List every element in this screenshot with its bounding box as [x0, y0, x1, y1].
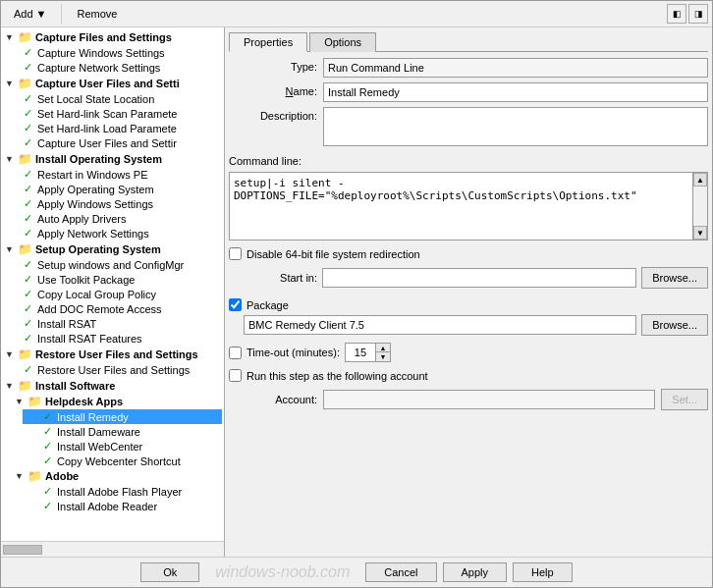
tree-item-install-rsat-features[interactable]: ✓ Install RSAT Features [3, 331, 222, 346]
spinner-up[interactable]: ▲ [376, 344, 390, 352]
commandline-wrapper: ▲ ▼ [229, 172, 708, 241]
check-icon: ✓ [40, 440, 54, 453]
tree-group-header-capture-files[interactable]: ▼ 📁 Capture Files and Settings [3, 29, 222, 45]
tab-options[interactable]: Options [309, 32, 376, 52]
tree-item-auto-apply[interactable]: ✓ Auto Apply Drivers [3, 211, 222, 226]
toolbar-icon-2[interactable]: ◨ [688, 4, 708, 24]
expand-icon: ▼ [15, 471, 25, 481]
right-panel: Properties Options Type: Name: [225, 27, 712, 557]
name-input[interactable] [323, 82, 708, 102]
hscroll-thumb[interactable] [3, 545, 42, 555]
scroll-down-arrow[interactable]: ▼ [693, 226, 707, 240]
tabs: Properties Options [229, 31, 708, 52]
cancel-button[interactable]: Cancel [365, 562, 436, 582]
startin-label: Start in: [229, 272, 317, 284]
package-input-row: Browse... [231, 314, 708, 336]
group-label: Capture Files and Settings [35, 31, 172, 43]
tree-group-setup-os: ▼ 📁 Setup Operating System ✓ Setup windo… [3, 241, 222, 346]
run-as-row: Run this step as the following account [229, 369, 708, 382]
set-button[interactable]: Set... [661, 389, 708, 410]
main-window: Add ▼ Remove ◧ ◨ ▼ 📁 Capture Files and S… [0, 0, 713, 588]
tree-group-header-helpdesk[interactable]: ▼ 📁 Helpdesk Apps [13, 394, 222, 409]
tree-item-add-doc[interactable]: ✓ Add DOC Remote Access [3, 301, 222, 316]
browse2-button[interactable]: Browse... [641, 314, 708, 336]
tree-item-install-rsat[interactable]: ✓ Install RSAT [3, 316, 222, 331]
spinner-arrows: ▲ ▼ [375, 344, 390, 361]
item-label: Install Adobe Reader [57, 501, 157, 512]
description-label: Description: [229, 107, 317, 122]
package-checkbox[interactable] [229, 298, 242, 311]
tree-item-restore-user-files[interactable]: ✓ Restore User Files and Settings [3, 362, 222, 377]
tree-panel: ▼ 📁 Capture Files and Settings ✓ Capture… [1, 27, 225, 557]
tree-group-header-install-software[interactable]: ▼ 📁 Install Software [3, 378, 222, 394]
tree-hscroll[interactable] [1, 541, 224, 557]
tree-item-set-hardlink-load[interactable]: ✓ Set Hard-link Load Paramete [3, 121, 222, 135]
add-button[interactable]: Add ▼ [5, 5, 55, 23]
help-button[interactable]: Help [513, 562, 573, 582]
tree-item-capture-windows[interactable]: ✓ Capture Windows Settings [3, 45, 222, 60]
package-input[interactable] [244, 315, 636, 335]
tree-item-install-dameware[interactable]: ✓ Install Dameware [23, 424, 222, 439]
expand-icon: ▼ [5, 381, 15, 391]
tree-item-restart-winpe[interactable]: ✓ Restart in Windows PE [3, 167, 222, 182]
check-icon: ✓ [40, 410, 54, 423]
expand-icon: ▼ [15, 397, 25, 406]
name-row: Name: [229, 82, 708, 102]
tree-group-install-software: ▼ 📁 Install Software ▼ 📁 Helpdesk Apps ✓ [3, 378, 222, 513]
tree-item-setup-configmgr[interactable]: ✓ Setup windows and ConfigMgr [3, 257, 222, 272]
ok-button[interactable]: Ok [140, 562, 199, 582]
item-label: Use Toolkit Package [37, 274, 135, 286]
tree-item-install-flash[interactable]: ✓ Install Adobe Flash Player [23, 484, 222, 499]
toolbar-icon-1[interactable]: ◧ [667, 4, 686, 24]
commandline-input[interactable] [229, 172, 692, 241]
tree-item-install-webcenter[interactable]: ✓ Install WebCenter [23, 439, 222, 454]
account-input[interactable] [323, 390, 655, 409]
check-icon: ✓ [21, 332, 34, 345]
tree-item-apply-windows[interactable]: ✓ Apply Windows Settings [3, 196, 222, 211]
tree-group-header-install-os[interactable]: ▼ 📁 Install Operating System [3, 151, 222, 167]
tree-group-capture-user: ▼ 📁 Capture User Files and Setti ✓ Set L… [3, 76, 222, 150]
remove-button[interactable]: Remove [68, 5, 126, 23]
disable64-checkbox[interactable] [229, 247, 242, 260]
tree-item-copy-webcenter[interactable]: ✓ Copy Webcenter Shortcut [23, 454, 222, 468]
apply-button[interactable]: Apply [443, 562, 508, 582]
tree-item-use-toolkit[interactable]: ✓ Use Toolkit Package [3, 272, 222, 287]
tree-group-header-adobe[interactable]: ▼ 📁 Adobe [13, 468, 222, 484]
check-icon: ✓ [21, 363, 34, 376]
tree-item-apply-os[interactable]: ✓ Apply Operating System [3, 182, 222, 196]
timeout-checkbox[interactable] [229, 347, 242, 359]
group-label: Install Operating System [35, 153, 162, 165]
expand-icon: ▼ [5, 154, 15, 164]
tree-item-set-hardlink-scan[interactable]: ✓ Set Hard-link Scan Paramete [3, 106, 222, 121]
tree-group-restore-user: ▼ 📁 Restore User Files and Settings ✓ Re… [3, 347, 222, 377]
startin-input[interactable] [322, 268, 636, 288]
tree-group-header-restore-user[interactable]: ▼ 📁 Restore User Files and Settings [3, 347, 222, 362]
item-label: Apply Operating System [37, 184, 154, 195]
tree-group-header-capture-user[interactable]: ▼ 📁 Capture User Files and Setti [3, 76, 222, 91]
folder-icon: 📁 [18, 77, 32, 90]
scroll-up-arrow[interactable]: ▲ [693, 173, 707, 187]
run-as-checkbox[interactable] [229, 369, 242, 382]
spinner-down[interactable]: ▼ [376, 352, 390, 361]
disable64-row: Disable 64-bit file system redirection [229, 247, 708, 260]
description-textarea[interactable] [323, 107, 708, 146]
tree-item-install-reader[interactable]: ✓ Install Adobe Reader [23, 499, 222, 513]
tree-group-header-setup-os[interactable]: ▼ 📁 Setup Operating System [3, 241, 222, 257]
tree-item-capture-network[interactable]: ✓ Capture Network Settings [3, 60, 222, 75]
tree-item-copy-policy[interactable]: ✓ Copy Local Group Policy [3, 287, 222, 301]
type-input[interactable] [323, 58, 708, 78]
browse1-button[interactable]: Browse... [641, 267, 708, 289]
tab-properties[interactable]: Properties [229, 32, 307, 52]
tree-item-capture-user-files[interactable]: ✓ Capture User Files and Settir [3, 135, 222, 150]
expand-icon: ▼ [5, 349, 15, 359]
check-icon: ✓ [21, 61, 34, 74]
item-label: Apply Network Settings [37, 228, 149, 240]
check-icon: ✓ [21, 122, 34, 134]
check-icon: ✓ [40, 485, 54, 498]
tree-item-apply-network[interactable]: ✓ Apply Network Settings [3, 226, 222, 241]
tree-item-install-remedy[interactable]: ✓ Install Remedy [23, 409, 222, 424]
tree-item-set-local[interactable]: ✓ Set Local State Location [3, 91, 222, 106]
type-row: Type: [229, 58, 708, 78]
item-label: Install WebCenter [57, 441, 142, 453]
timeout-value-input[interactable] [346, 344, 375, 361]
